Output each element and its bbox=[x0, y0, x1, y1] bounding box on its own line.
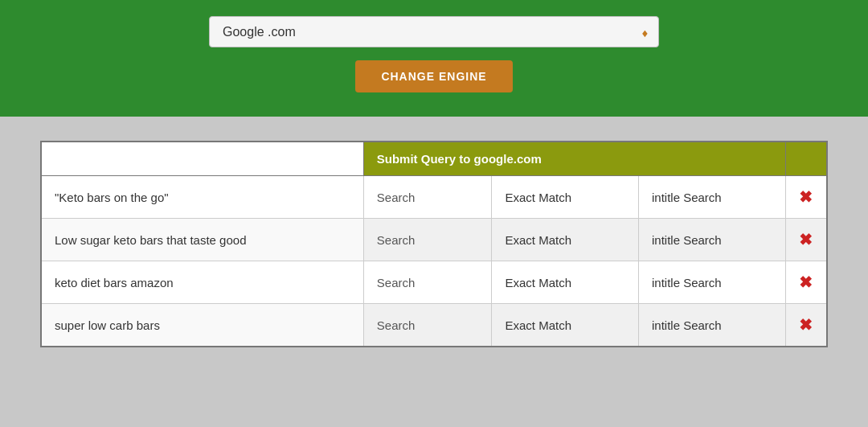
search-cell[interactable]: Search bbox=[363, 176, 492, 219]
main-content: Keyword Submit Query to google.com "Keto… bbox=[0, 117, 868, 372]
intitle-search-cell[interactable]: intitle Search bbox=[638, 261, 785, 304]
delete-button[interactable]: ✖ bbox=[799, 230, 813, 249]
search-cell[interactable]: Search bbox=[363, 261, 492, 304]
change-engine-button[interactable]: CHANGE ENGINE bbox=[355, 60, 512, 92]
exact-match-cell[interactable]: Exact Match bbox=[492, 261, 639, 304]
delete-cell: ✖ bbox=[785, 219, 827, 261]
col-header-empty bbox=[785, 142, 827, 176]
intitle-search-cell[interactable]: intitle Search bbox=[638, 304, 785, 347]
engine-select-wrapper: Google .com Google .co.uk ⬧ bbox=[209, 16, 659, 47]
delete-button[interactable]: ✖ bbox=[799, 315, 813, 335]
delete-cell: ✖ bbox=[785, 176, 827, 219]
intitle-search-cell[interactable]: intitle Search bbox=[638, 219, 785, 261]
keyword-cell: super low carb bars bbox=[41, 304, 363, 347]
page-header: Google .com Google .co.uk ⬧ CHANGE ENGIN… bbox=[0, 0, 868, 117]
keyword-table: Keyword Submit Query to google.com "Keto… bbox=[40, 141, 828, 347]
delete-button[interactable]: ✖ bbox=[799, 187, 813, 207]
table-row: "Keto bars on the go"SearchExact Matchin… bbox=[41, 176, 827, 219]
intitle-search-cell[interactable]: intitle Search bbox=[638, 176, 785, 219]
search-cell[interactable]: Search bbox=[363, 304, 492, 347]
col-header-submit: Submit Query to google.com bbox=[363, 142, 785, 176]
table-row: Low sugar keto bars that taste goodSearc… bbox=[41, 219, 827, 261]
engine-select[interactable]: Google .com Google .co.uk bbox=[209, 16, 659, 47]
delete-cell: ✖ bbox=[785, 304, 827, 347]
keyword-cell: Low sugar keto bars that taste good bbox=[41, 219, 363, 261]
table-row: super low carb barsSearchExact Matchinti… bbox=[41, 304, 827, 347]
keyword-cell: "Keto bars on the go" bbox=[41, 176, 363, 219]
exact-match-cell[interactable]: Exact Match bbox=[492, 219, 639, 261]
keyword-cell: keto diet bars amazon bbox=[41, 261, 363, 304]
exact-match-cell[interactable]: Exact Match bbox=[492, 176, 639, 219]
delete-button[interactable]: ✖ bbox=[799, 273, 813, 292]
exact-match-cell[interactable]: Exact Match bbox=[492, 304, 639, 347]
search-cell[interactable]: Search bbox=[363, 219, 492, 261]
table-row: keto diet bars amazonSearchExact Matchin… bbox=[41, 261, 827, 304]
col-header-keyword: Keyword bbox=[41, 142, 363, 176]
delete-cell: ✖ bbox=[785, 261, 827, 304]
